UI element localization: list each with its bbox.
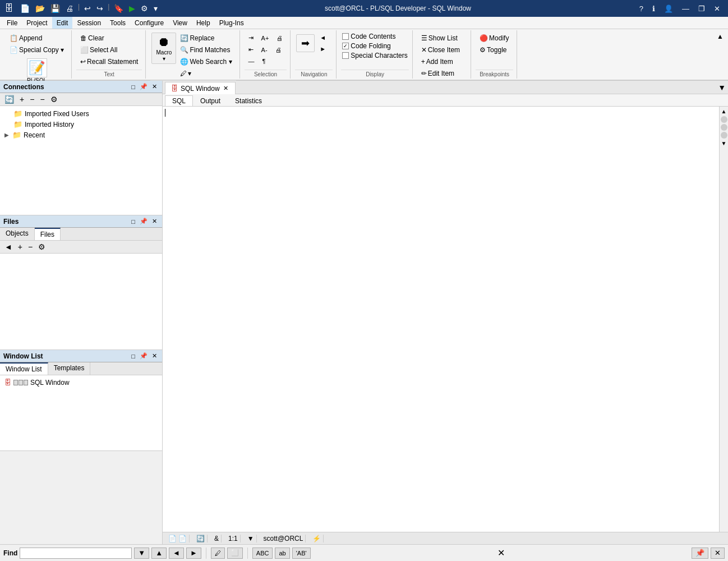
outdent-btn[interactable]: ⇤ [246, 44, 256, 55]
find-matchcase-btn[interactable]: ab [275, 548, 289, 559]
restore-btn[interactable]: ❐ [695, 3, 708, 14]
conn-refresh-btn[interactable]: 🔄 [2, 94, 16, 104]
files-tab-files[interactable]: Files [35, 228, 61, 240]
conn-remove-btn[interactable]: − [27, 94, 36, 104]
files-tab-objects[interactable]: Objects [0, 228, 35, 240]
print2-btn[interactable]: 🖨 [273, 44, 284, 55]
qa-run-btn[interactable]: ▶ [127, 3, 137, 14]
tree-item-recent[interactable]: ▶ 📁 Recent [2, 130, 160, 140]
doc-tab-close-btn[interactable]: ✕ [222, 85, 229, 92]
files-filter-btn[interactable]: ⚙ [36, 242, 48, 252]
collapse-ribbon-btn[interactable]: ▲ [717, 33, 724, 40]
conn-add-btn[interactable]: + [17, 94, 26, 104]
user-btn[interactable]: 👤 [661, 3, 676, 14]
qa-print-btn[interactable]: 🖨 [63, 3, 76, 14]
qa-more-btn[interactable]: ▾ [151, 3, 160, 14]
comment-btn[interactable]: — [246, 56, 257, 66]
print-sel-btn[interactable]: 🖨 [274, 33, 285, 43]
scroll-up-btn[interactable]: ▲ [721, 108, 727, 115]
windowlist-pin-btn[interactable]: 📌 [138, 352, 149, 360]
select-all-btn[interactable]: ⬜ Select All [77, 44, 141, 56]
windowlist-restore-btn[interactable]: □ [130, 352, 137, 360]
qa-undo-btn[interactable]: ↩ [82, 3, 93, 14]
font-larger-btn[interactable]: A+ [259, 33, 272, 43]
code-folding-checkbox[interactable] [342, 43, 349, 49]
toggle-btn[interactable]: ⚙ Toggle [477, 44, 512, 56]
conn-collapse-btn[interactable]: − [38, 94, 47, 104]
find-next-btn[interactable]: ▲ [151, 548, 167, 559]
doc-tabs-expand-btn[interactable]: ▼ [718, 83, 726, 92]
files-close-btn[interactable]: ✕ [150, 217, 159, 226]
special-copy-btn[interactable]: 📄 Special Copy ▾ [7, 44, 67, 56]
close-btn[interactable]: ✕ [711, 3, 724, 14]
special-chars-checkbox[interactable] [342, 52, 349, 59]
windowlist-tab-list[interactable]: Window List [0, 362, 48, 375]
connections-pin-btn[interactable]: 📌 [138, 82, 149, 91]
doc-tab-sql[interactable]: 🗄 SQL Window ✕ [165, 82, 236, 94]
find-input[interactable] [20, 548, 132, 559]
files-pin-btn[interactable]: 📌 [138, 217, 149, 226]
find-matches-btn[interactable]: 🔍 Find Matches [177, 44, 234, 56]
tree-item-imported-fixed[interactable]: 📁 Imported Fixed Users [11, 108, 160, 119]
files-refresh-btn[interactable]: + [16, 242, 25, 252]
windowlist-tab-templates[interactable]: Templates [48, 362, 91, 375]
nav-fwd-btn[interactable]: ► [317, 44, 329, 54]
recall-statement-btn[interactable]: ↩ Recall Statement [77, 56, 141, 67]
window-list-item-sql[interactable]: 🗄 SQL Window [2, 378, 160, 388]
highlight-btn[interactable]: 🖊 ▾ [177, 68, 234, 79]
replace-btn[interactable]: 🔄 Replace [177, 33, 234, 44]
indent-btn[interactable]: ⇥ [246, 33, 256, 43]
menu-view[interactable]: View [168, 17, 192, 29]
find-last-btn[interactable]: ► [186, 548, 201, 559]
files-restore-btn[interactable]: □ [130, 217, 137, 226]
editor-main[interactable] [163, 107, 719, 532]
modify-btn[interactable]: 🔴 Modify [477, 33, 512, 44]
qa-new-btn[interactable]: 📄 [18, 3, 32, 14]
edit-item-btn[interactable]: ✏ Edit Item [418, 68, 466, 79]
qa-redo-btn[interactable]: ↪ [94, 3, 105, 14]
scroll-down-btn[interactable]: ▼ [721, 140, 727, 147]
scroll-circle-2[interactable] [721, 124, 727, 131]
nav-arrow-btn[interactable]: ➡ [296, 34, 315, 52]
minimize-btn[interactable]: — [679, 3, 693, 14]
menu-configure[interactable]: Configure [130, 17, 168, 29]
find-prev-btn[interactable]: ▼ [134, 548, 149, 559]
menu-edit[interactable]: Edit [52, 17, 73, 29]
menu-project[interactable]: Project [22, 17, 52, 29]
ribbon-collapse[interactable]: ▲ [715, 30, 726, 79]
show-list-btn[interactable]: ☰ Show List [418, 33, 466, 44]
find-first-btn[interactable]: ◄ [169, 548, 184, 559]
status-refresh[interactable]: 🔄 [194, 535, 208, 542]
web-search-btn[interactable]: 🌐 Web Search ▾ [177, 56, 234, 67]
qa-open-btn[interactable]: 📂 [33, 3, 47, 14]
special-chars-cb[interactable]: Special Characters [342, 52, 407, 59]
find-close-btn[interactable]: ✕ [495, 548, 507, 558]
menu-session[interactable]: Session [72, 17, 105, 29]
format-btn[interactable]: ¶ [260, 56, 269, 66]
find-pin-btn[interactable]: 📌 [692, 548, 708, 559]
macro-btn[interactable]: ⏺ Macro ▾ [151, 33, 176, 64]
find-highlight-btn[interactable]: 🖊 [211, 548, 225, 559]
conn-filter-btn[interactable]: ⚙ [48, 94, 60, 104]
editor-tab-output[interactable]: Output [193, 95, 228, 106]
qa-debug-btn[interactable]: ⚙ [139, 3, 150, 14]
close-item-btn[interactable]: ✕ Close Item [418, 44, 466, 56]
find-abc-btn[interactable]: ABC [252, 548, 273, 559]
find-wholeword-btn[interactable]: 'AB' [292, 548, 311, 559]
scroll-circle-1[interactable] [721, 116, 727, 123]
find-x-btn[interactable]: ✕ [711, 548, 725, 559]
append-btn[interactable]: 📋 Append [7, 33, 67, 44]
files-back-btn[interactable]: ◄ [2, 242, 15, 252]
files-remove-btn[interactable]: − [26, 242, 35, 252]
code-contents-checkbox[interactable] [342, 33, 349, 40]
menu-help[interactable]: Help [192, 17, 215, 29]
menu-tools[interactable]: Tools [105, 17, 130, 29]
scroll-circle-3[interactable] [721, 132, 727, 139]
connections-restore-btn[interactable]: □ [130, 82, 137, 91]
qa-bookmark-btn[interactable]: 🔖 [112, 3, 126, 14]
info-btn[interactable]: ℹ [649, 3, 658, 14]
qa-save-btn[interactable]: 💾 [48, 3, 62, 14]
code-contents-cb[interactable]: Code Contents [342, 33, 407, 40]
nav-back-btn[interactable]: ◄ [317, 33, 329, 43]
add-item-btn[interactable]: + Add Item [418, 56, 466, 67]
